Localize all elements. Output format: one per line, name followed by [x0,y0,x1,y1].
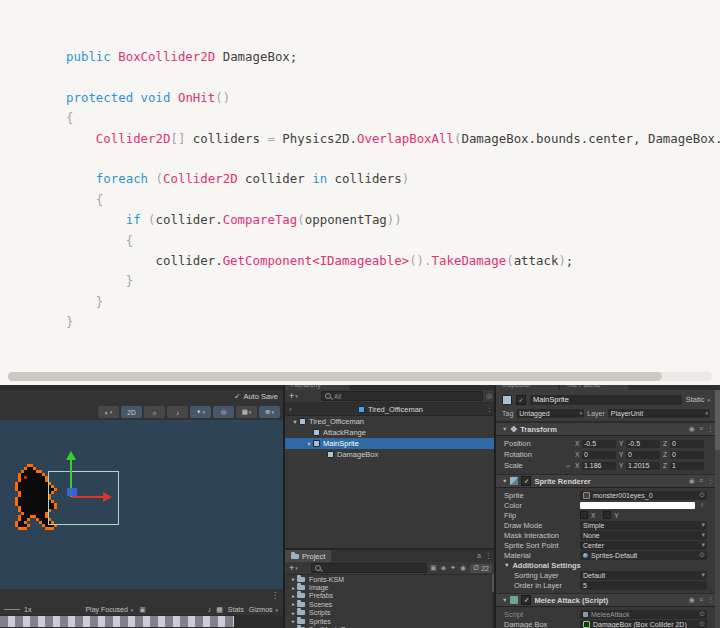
axis-value-field[interactable]: 1.2015 [626,462,660,470]
effects-toggle-button[interactable]: ✦▾ [190,406,211,418]
scale-slider[interactable] [4,609,20,610]
kebab-menu-icon[interactable]: ⋮ [485,552,492,560]
kebab-menu-icon[interactable]: ⋮ [707,477,714,485]
breadcrumb[interactable]: Tired_Officeman [285,405,496,414]
foldout-arrow-icon[interactable]: ▸ [290,576,297,582]
shading-mode-button[interactable]: ◐▾ [98,406,119,418]
active-checkbox[interactable]: ✓ [516,395,526,405]
capture-icon[interactable]: ▣ [139,606,146,614]
hierarchy-search-input[interactable]: All [321,391,483,401]
gizmos-toolbar-button[interactable]: ⊕▾ [259,406,280,418]
scrollbar-thumb[interactable] [715,390,720,450]
hierarchy-row-damagebox[interactable]: DamageBox [285,449,496,460]
audio-toggle-button[interactable]: ♪ [167,406,188,418]
project-folder-sprites[interactable]: ▸Sprites [285,617,496,625]
link-scale-icon[interactable]: ∞ [566,463,575,469]
vsync-grid-icon[interactable]: ▦ [216,606,223,614]
static-dropdown[interactable]: Static ▾ [686,395,710,404]
code-horizontal-scrollbar[interactable] [8,372,712,381]
scene-visibility-button[interactable]: ◎ [213,406,234,418]
foldout-arrow-icon[interactable]: ▼ [502,426,507,432]
foldout-arrow-icon[interactable]: ▸ [290,610,297,616]
foldout-arrow-icon[interactable]: ▼ [502,597,507,603]
object-field[interactable]: MeleeAttack⊙ [580,610,707,619]
number-field[interactable]: 5 [580,581,707,590]
hierarchy-row-tired_officeman[interactable]: ▼Tired_Officeman [285,416,496,427]
project-search-input[interactable] [311,563,427,573]
create-button[interactable]: + [289,391,294,401]
object-field[interactable]: Sprites-Default⊙ [580,551,707,560]
axis-value-field[interactable]: -0.5 [582,440,616,448]
scene-picking-icon[interactable]: ◎ [486,392,492,400]
hierarchy-row-mainsprite[interactable]: ▼MainSprite [285,438,496,449]
foldout-arrow-icon[interactable]: ▸ [290,593,297,599]
info-icon[interactable]: ◉ [460,564,466,572]
axis-value-field[interactable]: 0 [626,451,660,459]
inspector-scrollbar[interactable] [715,390,720,628]
project-folder-prefabs[interactable]: ▸Prefabs [285,592,496,600]
object-picker-icon[interactable]: ⊙ [699,610,705,618]
gizmos-dropdown[interactable]: Gizmos ▾ [249,606,278,613]
kebab-menu-icon[interactable]: ⋮ [707,425,714,433]
play-focused-dropdown[interactable]: Play Focused ▾ [85,606,133,613]
scrollbar-thumb[interactable] [8,372,662,381]
axis-value-field[interactable]: 1 [670,462,704,470]
dropdown-field[interactable]: Simple▾ [580,521,707,530]
axis-value-field[interactable]: 1.186 [582,462,616,470]
color-swatch[interactable] [580,502,695,509]
x-axis-gizmo[interactable] [72,496,103,498]
hidden-count-badge[interactable]: ∅ 22 [470,564,492,573]
tag-dropdown[interactable]: Untagged▾ [516,409,584,418]
kebab-menu-icon[interactable]: ⋮ [486,405,493,413]
axis-value-field[interactable]: -0.5 [626,440,660,448]
axis-value-field[interactable]: 0 [670,451,704,459]
foldout-arrow-icon[interactable]: ▸ [290,601,297,607]
origin-handle-gizmo[interactable] [67,488,77,496]
project-folder-fonts-ksm[interactable]: ▸Fonts-KSM [285,575,496,583]
axis-value-field[interactable]: 0 [670,440,704,448]
video-scrubber[interactable] [0,615,283,628]
auto-save-toggle[interactable]: ✓ Auto Save [234,392,278,401]
hierarchy-row-attackrange[interactable]: AttackRange [285,427,496,438]
grid-toggle-button[interactable]: ▦▾ [236,406,257,418]
tab-project[interactable]: Project [285,550,331,562]
project-folder-scripts[interactable]: ▸Scripts [285,609,496,617]
presets-icon[interactable]: ≡ [699,477,703,485]
foldout-arrow-icon[interactable]: ▼ [502,478,507,484]
melee-attack-header[interactable]: ▼ ✓ Melee Attack (Script) ◉≡⋮ [496,593,720,607]
stats-button[interactable]: Stats [228,606,244,613]
foldout-arrow-icon[interactable]: ▸ [290,618,297,624]
flip-x-checkbox[interactable] [580,511,588,519]
transform-header[interactable]: ▼ ✥ Transform ◉≡⋮ [496,422,720,436]
search-by-label-icon[interactable]: ◈ [441,564,446,572]
help-icon[interactable]: ◉ [689,477,695,485]
object-field[interactable]: monster001eyes_0⊙ [580,491,707,500]
kebab-menu-icon[interactable]: ⋮ [707,596,714,604]
project-folder-scenes[interactable]: ▸Scenes [285,600,496,608]
help-icon[interactable]: ◉ [689,596,695,604]
eyedropper-icon[interactable]: / [697,501,707,509]
layer-dropdown[interactable]: PlayerUnit▾ [608,409,710,418]
search-by-type-icon[interactable]: ▣ [430,564,437,572]
favorites-icon[interactable]: ✦ [450,564,456,572]
foldout-arrow-icon[interactable]: ▸ [290,585,297,591]
axis-value-field[interactable]: 0 [582,451,616,459]
project-folder-image[interactable]: ▸Image [285,583,496,591]
dropdown-field[interactable]: None▾ [580,531,707,540]
foldout-additional-settings[interactable]: ▼Additional Settings [504,560,707,570]
tab-inspector[interactable]: Inspector [496,385,558,390]
dropdown-field[interactable]: Default▾ [580,571,707,580]
object-picker-icon[interactable]: ⊙ [699,551,705,559]
lighting-toggle-button[interactable]: ☼ [144,406,165,418]
object-picker-icon[interactable]: ⊙ [699,491,705,499]
presets-icon[interactable]: ≡ [699,596,703,604]
dropdown-field[interactable]: Center▾ [580,541,707,550]
mute-audio-icon[interactable]: ♪ [208,606,212,613]
object-picker-icon[interactable]: ⊙ [699,620,705,628]
scene-viewport[interactable] [0,420,283,589]
help-icon[interactable]: ◉ [689,425,695,433]
presets-icon[interactable]: ≡ [699,425,703,433]
enabled-checkbox[interactable]: ✓ [521,595,531,605]
kebab-menu-icon[interactable]: ⋮ [271,593,279,599]
enabled-checkbox[interactable]: ✓ [521,476,531,486]
